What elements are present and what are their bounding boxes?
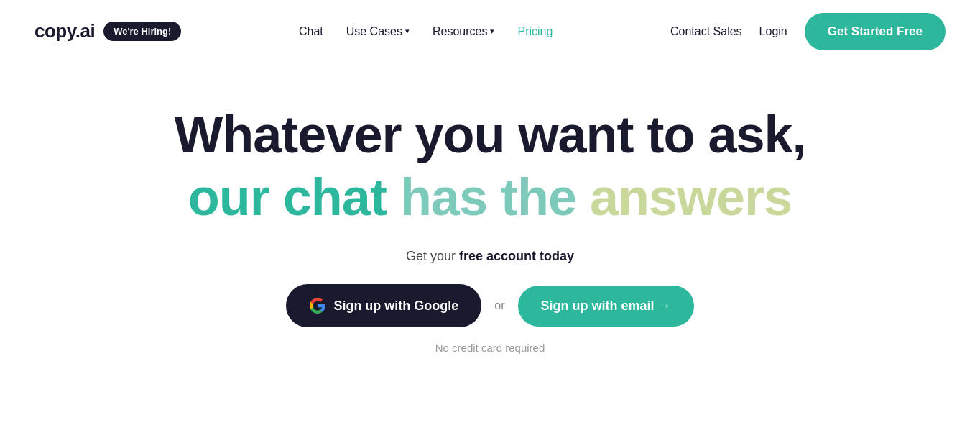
hero-section: Whatever you want to ask, our chat has t… xyxy=(0,63,980,383)
nav-chat[interactable]: Chat xyxy=(299,25,323,38)
navbar-right: Contact Sales Login Get Started Free xyxy=(670,13,946,50)
nav-resources[interactable]: Resources ▾ xyxy=(433,25,494,38)
get-started-button[interactable]: Get Started Free xyxy=(805,13,946,50)
hero-subheadline: our chat has the answers xyxy=(188,169,792,226)
chevron-down-icon: ▾ xyxy=(490,27,494,36)
login-link[interactable]: Login xyxy=(759,25,787,38)
hero-tagline-pre: Get your xyxy=(406,249,459,263)
hero-tagline: Get your free account today xyxy=(406,249,574,264)
hero-headline: Whatever you want to ask, xyxy=(174,106,805,163)
hero-subheadline-our-chat: our chat xyxy=(188,168,387,226)
nav-use-cases-label: Use Cases xyxy=(346,25,402,38)
hero-subheadline-answers: answers xyxy=(576,168,792,226)
navbar-nav: Chat Use Cases ▾ Resources ▾ Pricing xyxy=(299,25,553,38)
cta-row: Sign up with Google or Sign up with emai… xyxy=(286,284,693,327)
google-signup-button[interactable]: Sign up with Google xyxy=(286,284,481,327)
google-signup-label: Sign up with Google xyxy=(333,298,458,314)
nav-resources-label: Resources xyxy=(433,25,487,38)
navbar-left: copy.ai We're Hiring! xyxy=(34,20,181,42)
logo[interactable]: copy.ai xyxy=(34,20,95,42)
email-signup-label: Sign up with email → xyxy=(541,298,671,314)
nav-use-cases[interactable]: Use Cases ▾ xyxy=(346,25,410,38)
or-divider: or xyxy=(494,299,504,312)
hero-tagline-bold: free account today xyxy=(459,249,574,263)
chevron-down-icon: ▾ xyxy=(405,27,410,36)
no-credit-card-text: No credit card required xyxy=(435,342,545,354)
email-signup-button[interactable]: Sign up with email → xyxy=(518,286,694,327)
google-icon xyxy=(309,297,326,314)
hiring-badge[interactable]: We're Hiring! xyxy=(103,22,181,41)
contact-sales-link[interactable]: Contact Sales xyxy=(670,25,742,38)
hero-subheadline-has-the: has the xyxy=(387,168,576,226)
navbar: copy.ai We're Hiring! Chat Use Cases ▾ R… xyxy=(0,0,980,63)
nav-pricing[interactable]: Pricing xyxy=(517,25,553,38)
